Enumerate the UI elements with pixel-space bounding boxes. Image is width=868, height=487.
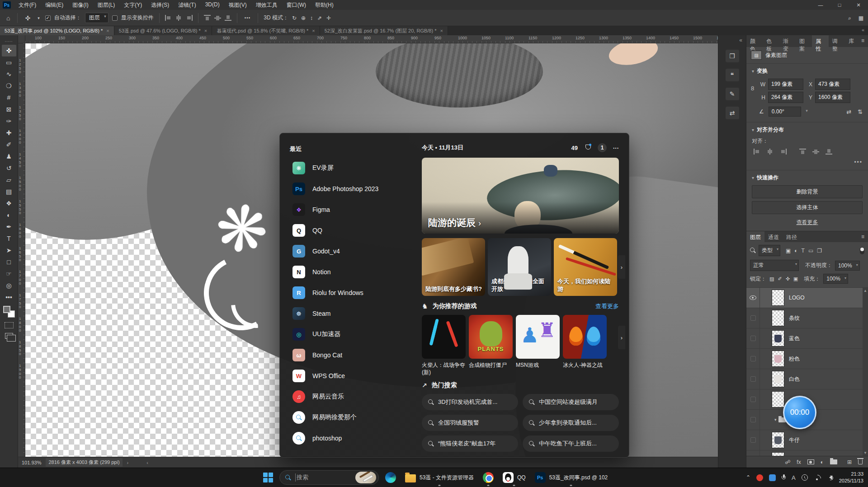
app-item-5[interactable]: NNotion <box>290 262 411 282</box>
layer-thumbnail[interactable] <box>772 371 784 387</box>
app-item-6[interactable]: RRiolu for Windows <box>290 282 411 303</box>
align-middle-icon[interactable] <box>214 15 221 21</box>
menu-item-11[interactable]: 帮助(H) <box>311 0 338 10</box>
3d-mode-icon-4[interactable]: ✛ <box>326 15 331 21</box>
layer-row-7[interactable]: 牛仔 <box>746 430 868 450</box>
layer-visibility-toggle[interactable] <box>746 389 760 409</box>
move-tool-icon[interactable]: ✜ <box>23 14 32 22</box>
layer-thumbnail[interactable] <box>772 310 784 326</box>
taskbar-edge[interactable] <box>382 470 399 485</box>
layer-thumbnail[interactable] <box>772 330 784 347</box>
maximize-button[interactable]: □ <box>830 0 849 10</box>
crop-tool[interactable]: # <box>2 92 16 103</box>
volume-icon[interactable] <box>827 475 832 480</box>
ime-indicator[interactable]: A <box>792 474 796 481</box>
layer-visibility-toggle[interactable] <box>746 349 760 369</box>
pen-tool[interactable]: ✒ <box>2 221 16 233</box>
menu-item-8[interactable]: 视图(V) <box>225 0 251 10</box>
close-tab-icon[interactable]: × <box>312 28 315 33</box>
healing-tool[interactable]: ✚ <box>2 127 16 139</box>
properties-tab-2[interactable]: 渐变 <box>779 35 796 47</box>
hot-search-chip-3[interactable]: 少年拿到录取通知后... <box>523 415 619 431</box>
opacity-dropdown[interactable]: 100% <box>835 261 860 271</box>
flip-vertical-icon[interactable]: ⇅ <box>858 108 863 115</box>
lock-icon-1[interactable]: ✐ <box>778 276 782 282</box>
history-panel-icon[interactable]: ❐ <box>726 50 739 62</box>
hot-search-chip-2[interactable]: 全国羽绒服预警 <box>422 415 518 431</box>
taskbar-explorer-window[interactable]: 53遥 - 文件资源管理器 <box>402 470 476 485</box>
properties-tab-1[interactable]: 色板 <box>763 35 779 47</box>
menu-item-4[interactable]: 文字(Y) <box>120 0 146 10</box>
delete-layer-icon[interactable] <box>858 459 863 464</box>
app-item-0[interactable]: ❋EV录屏 <box>290 158 411 178</box>
wifi-icon[interactable] <box>814 475 821 480</box>
stamp-tool[interactable]: ♟ <box>2 150 16 162</box>
menu-item-7[interactable]: 3D(D) <box>201 0 224 10</box>
color-swatches[interactable] <box>3 306 15 318</box>
game-tile-3[interactable]: 冰火人-神器之战 <box>563 315 607 376</box>
edit-panel-icon[interactable]: ✎ <box>726 88 739 100</box>
hot-search-chip-4[interactable]: “熊猫侠老皮”献血17年 <box>422 435 518 452</box>
quick-select-tool[interactable]: ❍ <box>2 80 16 92</box>
align-center-h-icon[interactable] <box>175 15 182 21</box>
transform-title[interactable]: ▾变换 <box>752 67 863 75</box>
quick-mask-button[interactable] <box>5 322 14 328</box>
rewards-trophy-icon[interactable] <box>584 145 591 151</box>
panel-menu-icon[interactable]: ≡ <box>858 231 868 242</box>
workspace-icon[interactable]: ▦ <box>859 15 863 21</box>
news-card-0[interactable]: 陆游到底有多少藏书? <box>422 238 485 296</box>
close-tab-icon[interactable]: × <box>204 28 207 33</box>
layer-style-icon[interactable]: fx <box>797 459 801 465</box>
screen-mode-button[interactable] <box>5 333 13 339</box>
auto-select-dropdown[interactable]: 图层 <box>85 13 108 23</box>
align-center-h-icon[interactable] <box>767 149 774 155</box>
tray-music-icon[interactable] <box>756 474 763 481</box>
app-item-2[interactable]: ❖Figma <box>290 199 411 220</box>
taskbar-qq-window[interactable]: QQ <box>500 470 528 485</box>
menu-item-2[interactable]: 图像(I) <box>68 0 92 10</box>
filter-toggle[interactable] <box>860 247 864 254</box>
properties-tab-0[interactable]: 颜色 <box>746 35 763 47</box>
layer-visibility-toggle[interactable] <box>746 288 760 308</box>
layer-thumbnail[interactable] <box>772 391 784 407</box>
see-more-games-link[interactable]: 查看更多 <box>595 302 619 310</box>
properties-tab-6[interactable]: 库 <box>845 35 858 47</box>
align-right-icon[interactable] <box>780 149 787 155</box>
layer-thumbnail[interactable] <box>772 351 784 367</box>
gradient-tool[interactable]: ▤ <box>2 186 16 197</box>
export-panel-icon[interactable]: ⇄ <box>726 107 739 119</box>
link-layers-icon[interactable]: ☍ <box>785 459 790 465</box>
rewards-score[interactable]: 49 <box>571 145 578 151</box>
foreground-color-swatch[interactable] <box>3 306 10 313</box>
quick-actions-title[interactable]: ▾快速操作 <box>752 174 863 182</box>
menu-item-1[interactable]: 编辑(E) <box>41 0 67 10</box>
toolstrip-grip[interactable]: ▪▪▪▪▪ <box>5 40 13 43</box>
clock-datetime[interactable]: 21:33 2025/11/13 <box>839 471 863 484</box>
zoom-level[interactable]: 101.93% <box>22 460 41 465</box>
search-daily-image[interactable] <box>355 472 376 483</box>
layers-tab-0[interactable]: 图层 <box>746 231 764 242</box>
align-bottom-icon[interactable] <box>826 149 832 155</box>
x-field[interactable]: 473 像素 <box>815 79 850 90</box>
layer-thumbnail[interactable] <box>772 432 784 448</box>
show-transform-checkbox[interactable] <box>112 15 118 21</box>
close-tab-icon[interactable]: × <box>440 28 443 33</box>
document-tab-3[interactable]: 52深_改白发莱茵.psd @ 16.7% (图层 20, RGB/8) *× <box>320 26 448 35</box>
align-title[interactable]: ▾对齐并分布 <box>752 126 863 134</box>
width-field[interactable]: 199 像素 <box>768 79 803 90</box>
align-left-icon[interactable] <box>754 149 760 155</box>
hand-tool[interactable]: ☞ <box>2 268 16 280</box>
home-icon[interactable]: ⌂ <box>5 14 12 22</box>
zoom-tool[interactable]: ◎ <box>2 280 16 291</box>
history-brush-tool[interactable]: ↺ <box>2 162 16 174</box>
app-item-13[interactable]: photoshop <box>290 428 411 449</box>
properties-tab-4[interactable]: 属性 <box>812 35 828 47</box>
panel-menu-icon[interactable]: ≡ <box>858 35 868 47</box>
tray-app-icon[interactable] <box>769 474 776 481</box>
adjustment-layer-icon[interactable]: ◐ <box>821 459 824 465</box>
new-group-icon[interactable] <box>830 459 837 464</box>
see-more-link[interactable]: 查看更多 <box>752 219 863 226</box>
layer-row-0[interactable]: LOGO <box>746 288 868 308</box>
link-dimensions-icon[interactable]: 8 <box>751 85 754 92</box>
menu-item-5[interactable]: 选择(S) <box>147 0 173 10</box>
